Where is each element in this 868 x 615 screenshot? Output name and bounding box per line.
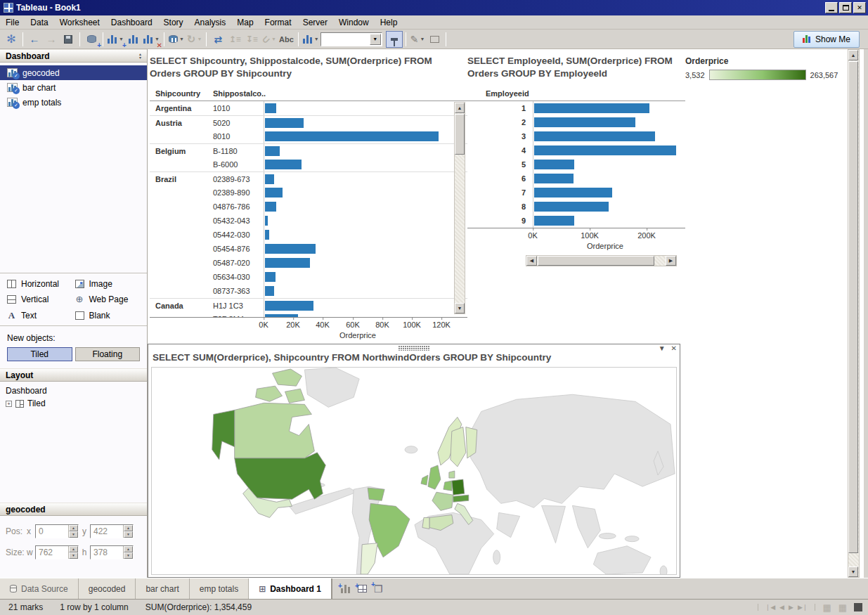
bar[interactable]: [534, 145, 676, 155]
scroll-left-icon[interactable]: ◀: [526, 256, 537, 266]
menu-worksheet[interactable]: Worksheet: [54, 16, 105, 29]
menu-data[interactable]: Data: [25, 16, 53, 29]
color-legend[interactable]: Orderprice 3,532 263,567: [685, 56, 857, 80]
show-me-button[interactable]: Show Me: [793, 31, 860, 48]
fit-selector-combo[interactable]: ▼: [320, 32, 382, 46]
bar[interactable]: [265, 230, 269, 240]
object-web-page[interactable]: ⊕Web Page: [75, 294, 143, 304]
menu-file[interactable]: File: [0, 16, 25, 29]
tab-bar-chart[interactable]: bar chart: [136, 578, 189, 599]
scrollbar-thumb[interactable]: [455, 114, 465, 155]
bar[interactable]: [534, 188, 612, 198]
new-dashboard-tab-button[interactable]: +: [358, 585, 367, 593]
bar[interactable]: [265, 103, 276, 113]
layout-panel-header[interactable]: Layout: [0, 368, 147, 382]
world-map[interactable]: [151, 367, 677, 575]
maximize-button[interactable]: [839, 2, 852, 13]
auto-update-button[interactable]: ▼: [167, 31, 186, 48]
scroll-up-icon[interactable]: ▲: [848, 50, 858, 60]
menu-server[interactable]: Server: [297, 16, 333, 29]
scrollbar-thumb[interactable]: [538, 256, 654, 266]
column-header-shipcountry[interactable]: Shipcountry: [150, 89, 207, 101]
scroll-up-icon[interactable]: ▲: [455, 103, 465, 113]
close-button[interactable]: ✕: [853, 2, 866, 13]
bar[interactable]: [265, 146, 280, 156]
bar[interactable]: [265, 301, 313, 311]
fit-view-button[interactable]: ▼: [302, 31, 320, 48]
size-h-spinner[interactable]: 378▲▼: [90, 545, 134, 559]
show-filmstrip-icon[interactable]: ▦: [838, 602, 847, 613]
bar[interactable]: [265, 216, 268, 226]
fix-axes-pin-button[interactable]: [386, 31, 403, 48]
menu-map[interactable]: Map: [231, 16, 259, 29]
scroll-down-icon[interactable]: ▼: [848, 567, 858, 577]
new-data-source-button[interactable]: +: [83, 31, 100, 48]
column-header-employeeid[interactable]: Employeeid: [467, 89, 533, 101]
bar[interactable]: [534, 202, 609, 212]
new-worksheet-button[interactable]: +▼: [106, 31, 125, 48]
menu-help[interactable]: Help: [375, 16, 403, 29]
menu-window[interactable]: Window: [333, 16, 375, 29]
panel-collapse-icon[interactable]: ▴▾: [139, 53, 141, 60]
bar[interactable]: [534, 160, 574, 169]
highlight-button[interactable]: ✎▼: [409, 31, 427, 48]
size-w-spinner[interactable]: 762▲▼: [35, 545, 79, 559]
tableau-logo-icon[interactable]: ✻: [3, 31, 20, 48]
show-sheet-sorter-icon[interactable]: ▦: [822, 602, 831, 613]
bar[interactable]: [265, 160, 302, 169]
canvas-vertical-scrollbar[interactable]: ▲ ▼: [848, 49, 860, 578]
layout-root-node[interactable]: Dashboard: [6, 386, 141, 396]
scrollbar-thumb[interactable]: [848, 61, 858, 553]
menu-format[interactable]: Format: [259, 16, 297, 29]
new-story-tab-button[interactable]: +❐: [374, 583, 383, 595]
floating-button[interactable]: Floating: [75, 347, 141, 361]
tab-emp-totals[interactable]: emp totals: [190, 578, 249, 599]
sidebar-item-bar-chart[interactable]: bar chart: [0, 80, 147, 95]
pos-y-spinner[interactable]: 422▲▼: [90, 524, 134, 538]
tiled-button[interactable]: Tiled: [7, 347, 72, 361]
dashboard-panel-header[interactable]: Dashboard ▴▾: [0, 49, 147, 63]
object-image[interactable]: Image: [75, 279, 143, 289]
zone-drag-handle[interactable]: [399, 346, 429, 351]
bar[interactable]: [265, 286, 274, 296]
bar[interactable]: [265, 202, 276, 212]
minimize-button[interactable]: [825, 2, 838, 13]
scroll-down-icon[interactable]: ▼: [455, 303, 465, 313]
bar[interactable]: [265, 118, 304, 128]
bar[interactable]: [265, 272, 276, 282]
combo-dropdown-icon[interactable]: ▼: [370, 34, 381, 45]
bar[interactable]: [265, 174, 274, 184]
layout-tiled-node[interactable]: + Tiled: [6, 399, 141, 408]
bar[interactable]: [534, 216, 574, 226]
save-button[interactable]: [60, 31, 77, 48]
show-mark-labels-button[interactable]: Abc: [278, 31, 295, 48]
object-horizontal[interactable]: Horizontal: [7, 279, 75, 289]
undo-button[interactable]: ←: [26, 31, 43, 48]
object-vertical[interactable]: Vertical: [7, 294, 75, 304]
object-text[interactable]: AText: [7, 310, 75, 321]
object-blank[interactable]: Blank: [75, 310, 143, 321]
bar[interactable]: [265, 258, 310, 268]
scroll-right-icon[interactable]: ▶: [666, 256, 676, 266]
expand-icon[interactable]: +: [6, 401, 12, 407]
bar[interactable]: [534, 103, 649, 113]
bar[interactable]: [265, 244, 316, 254]
bar[interactable]: [534, 117, 635, 127]
employee-chart-scrollbar[interactable]: ◀ ▶: [526, 255, 677, 266]
bar[interactable]: [265, 131, 439, 141]
bar[interactable]: [534, 131, 655, 141]
map-zone-panel[interactable]: ▼ ✕ SELECT SUM(Orderprice), Shipcountry …: [148, 344, 680, 578]
postal-chart-scrollbar[interactable]: ▲ ▼: [454, 102, 465, 314]
bar[interactable]: [534, 174, 574, 183]
tab-geocoded[interactable]: geocoded: [79, 578, 136, 599]
duplicate-sheet-button[interactable]: [125, 31, 142, 48]
column-header-shippostalcode[interactable]: Shippostalco..: [207, 89, 264, 101]
presentation-mode-button[interactable]: [426, 31, 443, 48]
zone-panel-header[interactable]: geocoded: [0, 503, 147, 516]
tab-dashboard-1[interactable]: ⊞ Dashboard 1: [249, 578, 332, 599]
swap-rows-columns-button[interactable]: ⇄: [209, 31, 226, 48]
sidebar-item-emp-totals[interactable]: emp totals: [0, 95, 147, 110]
menu-story[interactable]: Story: [158, 16, 189, 29]
bar[interactable]: [265, 188, 283, 198]
sidebar-item-geocoded[interactable]: geocoded: [0, 65, 147, 80]
